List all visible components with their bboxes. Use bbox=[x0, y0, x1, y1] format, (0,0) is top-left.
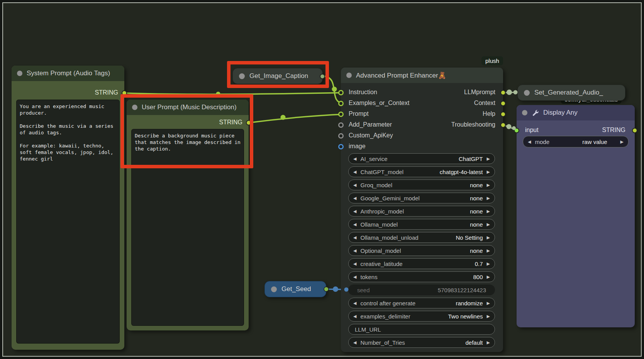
collapse-dot-icon[interactable] bbox=[239, 73, 245, 79]
increment-arrow-icon[interactable]: ▶ bbox=[487, 235, 490, 240]
node-get-seed[interactable]: Get_Seed bbox=[264, 281, 326, 297]
increment-arrow-icon[interactable]: ▶ bbox=[620, 139, 624, 144]
node-set-generated-audio[interactable]: Set_Generated_Audio_ bbox=[517, 85, 625, 101]
node-title: Set_Generated_Audio_ bbox=[534, 89, 603, 97]
output-slot-troubleshooting[interactable] bbox=[500, 122, 506, 128]
play-icon[interactable] bbox=[588, 5, 597, 15]
increment-arrow-icon[interactable]: ▶ bbox=[487, 156, 490, 161]
collapse-dot-icon[interactable] bbox=[271, 286, 277, 292]
text-widget[interactable]: Describe a background music piece that m… bbox=[131, 129, 244, 326]
widget-chatgpt-model[interactable]: ◀ ChatGPT_model chatgpt-4o-latest ▶ bbox=[348, 166, 495, 177]
node-title: Advanced Prompt Enhancer🧸 bbox=[356, 71, 446, 80]
badge-plush: plush bbox=[481, 56, 503, 65]
decrement-arrow-icon[interactable]: ◀ bbox=[353, 183, 356, 188]
node-system-prompt[interactable]: System Prompt (Audio Tags) STRING You ar… bbox=[12, 66, 124, 350]
widget-ai-service[interactable]: ◀ AI_service ChatGPT ▶ bbox=[348, 153, 495, 164]
node-header[interactable]: Display Any bbox=[517, 105, 635, 120]
decrement-arrow-icon[interactable]: ◀ bbox=[353, 235, 356, 240]
output-slot-context[interactable] bbox=[500, 101, 506, 106]
input-slot-instruction[interactable] bbox=[338, 90, 344, 95]
eye-icon[interactable] bbox=[622, 6, 636, 15]
widget-seed[interactable]: seed 570983122124423 bbox=[348, 284, 495, 295]
widget-google-gemini-model[interactable]: ◀ Google_Gemini_model none ▶ bbox=[348, 193, 495, 203]
input-label: Custom_ApiKey bbox=[349, 132, 393, 140]
group-audio-tags-generator[interactable]: Audio Tags Generator bbox=[5, 3, 639, 59]
output-slot-string[interactable] bbox=[632, 128, 637, 133]
output-slot-string[interactable] bbox=[246, 120, 251, 125]
widget-creative-latitude[interactable]: ◀ creative_latitude 0.7 ▶ bbox=[348, 258, 495, 269]
output-label-string: STRING bbox=[602, 127, 625, 134]
input-label: Instruction bbox=[349, 89, 377, 97]
input-label: Prompt bbox=[349, 110, 369, 118]
input-slot-add-parameter[interactable] bbox=[338, 122, 344, 128]
output-slot-string[interactable] bbox=[122, 90, 127, 96]
input-slot-custom-apikey[interactable] bbox=[338, 133, 344, 139]
widget-ollama-model[interactable]: ◀ Ollama_model none ▶ bbox=[348, 219, 495, 230]
input-slot-examples-or-context[interactable] bbox=[338, 101, 344, 106]
output-slot-llmprompt[interactable] bbox=[500, 90, 506, 95]
increment-arrow-icon[interactable]: ▶ bbox=[487, 183, 490, 188]
node-advanced-prompt-enhancer[interactable]: Advanced Prompt Enhancer🧸 Instruction Ex… bbox=[341, 68, 503, 352]
widget-llm-url[interactable]: LLM_URL bbox=[348, 324, 495, 335]
increment-arrow-icon[interactable]: ▶ bbox=[487, 209, 490, 214]
decrement-arrow-icon[interactable]: ◀ bbox=[353, 156, 356, 161]
increment-arrow-icon[interactable]: ▶ bbox=[487, 340, 490, 345]
decrement-arrow-icon[interactable]: ◀ bbox=[353, 261, 356, 266]
reroute-icon[interactable] bbox=[602, 7, 617, 14]
node-header[interactable]: System Prompt (Audio Tags) bbox=[12, 66, 124, 81]
input-label: Add_Parameter bbox=[349, 121, 392, 129]
decrement-arrow-icon[interactable]: ◀ bbox=[353, 314, 356, 319]
text-widget[interactable]: You are an experienced music producer. D… bbox=[16, 100, 120, 344]
output-label: LLMprompt bbox=[464, 89, 495, 97]
widget-tokens[interactable]: ◀ tokens 800 ▶ bbox=[348, 271, 495, 282]
node-display-any[interactable]: Display Any input STRING ◀ mode raw valu… bbox=[517, 105, 635, 327]
increment-arrow-icon[interactable]: ▶ bbox=[487, 274, 490, 279]
node-title: Get_Seed bbox=[281, 285, 311, 293]
widget-groq-model[interactable]: ◀ Groq_model none ▶ bbox=[348, 180, 495, 190]
decrement-arrow-icon[interactable]: ◀ bbox=[353, 196, 356, 201]
increment-arrow-icon[interactable]: ▶ bbox=[487, 261, 490, 266]
increment-arrow-icon[interactable]: ▶ bbox=[487, 222, 490, 227]
decrement-arrow-icon[interactable]: ◀ bbox=[353, 340, 356, 345]
decrement-arrow-icon[interactable]: ◀ bbox=[353, 209, 356, 214]
node-user-prompt[interactable]: User Prompt (Music Description) STRING D… bbox=[127, 100, 249, 330]
collapse-dot-icon[interactable] bbox=[132, 105, 137, 110]
widget-mode[interactable]: ◀ mode raw value ▶ bbox=[523, 136, 629, 147]
input-slot-image[interactable] bbox=[338, 144, 344, 149]
output-label: Context bbox=[474, 100, 495, 107]
collapse-dot-icon[interactable] bbox=[524, 90, 530, 96]
output-slot[interactable] bbox=[320, 74, 325, 79]
node-get-image-caption[interactable]: Get_Image_Caption bbox=[232, 68, 323, 84]
node-header[interactable]: Advanced Prompt Enhancer🧸 bbox=[341, 68, 503, 83]
collapse-dot-icon[interactable] bbox=[346, 73, 352, 78]
decrement-arrow-icon[interactable]: ◀ bbox=[353, 222, 356, 227]
decrement-arrow-icon[interactable]: ◀ bbox=[353, 248, 356, 253]
increment-arrow-icon[interactable]: ▶ bbox=[487, 248, 490, 253]
widget-optional-model[interactable]: ◀ Optional_model none ▶ bbox=[348, 245, 495, 256]
widget-ollama-model-unload[interactable]: ◀ Ollama_model_unload No Setting ▶ bbox=[348, 232, 495, 243]
input-label: image bbox=[349, 143, 366, 151]
widget-anthropic-model[interactable]: ◀ Anthropic_model none ▶ bbox=[348, 206, 495, 217]
collapse-dot-icon[interactable] bbox=[17, 71, 22, 76]
node-header[interactable]: User Prompt (Music Description) bbox=[127, 100, 249, 115]
decrement-arrow-icon[interactable]: ◀ bbox=[353, 169, 356, 174]
widget-number-of-tries[interactable]: ◀ Number_of_Tries default ▶ bbox=[348, 337, 495, 348]
increment-arrow-icon[interactable]: ▶ bbox=[487, 196, 490, 201]
increment-arrow-icon[interactable]: ▶ bbox=[487, 301, 490, 306]
decrement-arrow-icon[interactable]: ◀ bbox=[528, 139, 531, 144]
node-title: System Prompt (Audio Tags) bbox=[27, 69, 110, 77]
node-title: Display Any bbox=[543, 109, 578, 117]
collapse-dot-icon[interactable] bbox=[522, 110, 527, 115]
increment-arrow-icon[interactable]: ▶ bbox=[487, 169, 490, 174]
input-slot-prompt[interactable] bbox=[338, 112, 344, 117]
widget-examples-delimiter[interactable]: ◀ examples_delimiter Two newlines ▶ bbox=[348, 311, 495, 322]
decrement-arrow-icon[interactable]: ◀ bbox=[353, 301, 356, 306]
decrement-arrow-icon[interactable]: ◀ bbox=[353, 274, 356, 279]
input-label: Examples_or_Context bbox=[349, 100, 409, 107]
output-slot-help[interactable] bbox=[500, 112, 506, 117]
increment-arrow-icon[interactable]: ▶ bbox=[487, 314, 490, 319]
input-slot-input[interactable] bbox=[514, 128, 519, 133]
comfyui-canvas[interactable]: Audio Tags Generator bbox=[0, 0, 644, 359]
canvas-toolbar bbox=[588, 5, 636, 15]
widget-control-after-generate[interactable]: ◀ control after generate randomize ▶ bbox=[348, 298, 495, 308]
